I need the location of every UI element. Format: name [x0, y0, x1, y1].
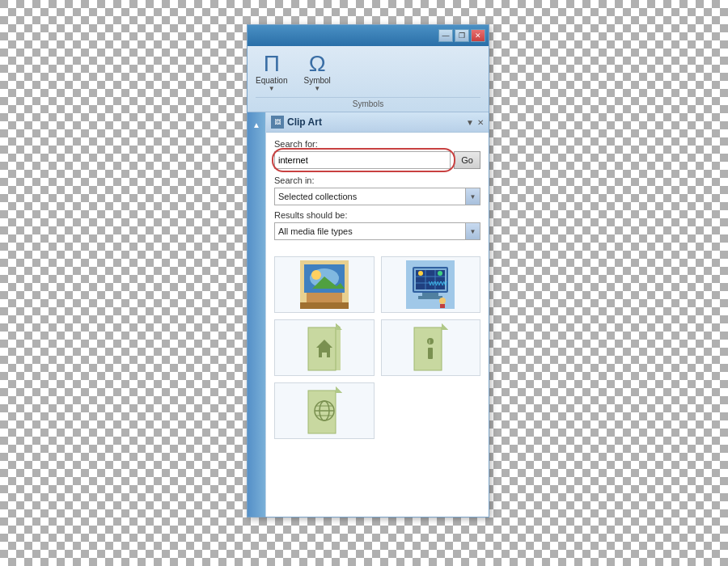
- minimize-button[interactable]: —: [438, 29, 453, 42]
- search-in-arrow: ▼: [465, 188, 480, 205]
- result-item-5[interactable]: [274, 382, 375, 439]
- svg-rect-15: [418, 296, 442, 299]
- search-label: Search for:: [274, 139, 480, 149]
- svg-point-17: [438, 271, 442, 276]
- title-bar-buttons: — ❐ ✕: [438, 29, 485, 42]
- svg-rect-14: [422, 293, 438, 296]
- clipart-dropdown-btn[interactable]: ▼: [466, 118, 474, 127]
- svg-marker-30: [442, 323, 448, 330]
- svg-point-16: [418, 271, 423, 276]
- go-button[interactable]: Go: [454, 151, 480, 169]
- svg-rect-20: [440, 304, 445, 308]
- clipart-title: Clip Art: [287, 116, 322, 128]
- equation-ribbon-item[interactable]: Π Equation ▼: [256, 53, 287, 92]
- result-item-3[interactable]: [274, 319, 375, 376]
- svg-rect-33: [428, 348, 433, 359]
- symbol-dropdown-arrow: ▼: [314, 85, 320, 92]
- restore-button[interactable]: ❐: [455, 29, 469, 42]
- symbol-ribbon-item[interactable]: Ω Symbol ▼: [303, 53, 330, 92]
- results-arrow: ▼: [465, 223, 480, 239]
- search-in-value: Selected collections: [278, 192, 462, 201]
- results-select[interactable]: All media file types ▼: [274, 222, 480, 240]
- result-item-2[interactable]: WWW: [381, 256, 481, 313]
- svg-rect-34: [308, 391, 336, 433]
- ribbon: Π Equation ▼ Ω Symbol ▼ Symbols: [248, 46, 489, 112]
- ribbon-group-label: Symbols: [256, 97, 480, 108]
- svg-point-19: [439, 298, 446, 304]
- clipart-header-right: ▼ ✕: [466, 118, 484, 127]
- ribbon-symbols-group: Π Equation ▼ Ω Symbol ▼: [256, 53, 480, 95]
- equation-dropdown-arrow: ▼: [269, 85, 275, 92]
- result-item-1[interactable]: [274, 256, 375, 313]
- search-in-select[interactable]: Selected collections ▼: [274, 188, 480, 205]
- svg-marker-24: [336, 323, 342, 330]
- svg-point-4: [311, 270, 321, 280]
- sidebar-arrow: ▲: [252, 120, 260, 129]
- svg-rect-27: [322, 353, 327, 357]
- svg-marker-36: [336, 386, 342, 393]
- search-in-label: Search in:: [274, 175, 480, 185]
- search-area: Search for: Go Search in: Selected colle…: [266, 133, 489, 251]
- close-button[interactable]: ✕: [471, 29, 485, 42]
- symbol-label: Symbol: [303, 76, 330, 85]
- main-area: ▲ 🖼 Clip Art ▼ ✕ Search for:: [248, 112, 489, 517]
- svg-text:i: i: [429, 339, 430, 344]
- search-input[interactable]: [274, 151, 451, 169]
- app-window: — ❐ ✕ Π Equation ▼ Ω Symbol ▼ Symbols ▲: [247, 24, 489, 517]
- results-label: Results should be:: [274, 210, 480, 220]
- results-value: All media file types: [278, 226, 462, 236]
- results-grid: WWW: [266, 251, 489, 444]
- svg-text:WWW: WWW: [429, 280, 447, 287]
- symbol-icon: Ω: [309, 53, 326, 75]
- search-row: Go: [274, 151, 480, 169]
- equation-label: Equation: [256, 76, 287, 85]
- svg-rect-5: [300, 302, 349, 309]
- clipart-panel: 🖼 Clip Art ▼ ✕ Search for: Go Search in:: [265, 112, 489, 517]
- equation-icon: Π: [264, 53, 280, 75]
- clipart-close-btn[interactable]: ✕: [477, 118, 484, 127]
- title-bar: — ❐ ✕: [248, 25, 489, 46]
- clipart-panel-icon: 🖼: [271, 116, 284, 129]
- clipart-header-left: 🖼 Clip Art: [271, 116, 322, 129]
- sidebar: ▲: [248, 112, 265, 517]
- clipart-header: 🖼 Clip Art ▼ ✕: [266, 112, 489, 133]
- result-item-4[interactable]: i: [381, 319, 481, 376]
